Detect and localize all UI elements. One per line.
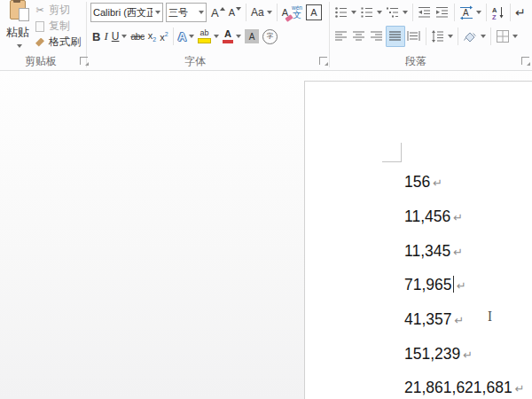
clipboard-dialog-launcher[interactable] — [80, 57, 88, 65]
clear-formatting-button[interactable]: A — [280, 3, 290, 22]
paragraph-dialog-launcher[interactable] — [521, 57, 529, 65]
align-center-button[interactable] — [350, 27, 368, 46]
distribute-icon — [407, 29, 421, 43]
distribute-button[interactable] — [405, 27, 423, 46]
document-page[interactable]: 156↵ 11,456↵ 11,345↵ 71,965↵ 41,357↵ 151… — [304, 81, 532, 399]
highlight-dropdown-arrow-icon[interactable] — [214, 35, 219, 38]
paragraph-mark-glyph: ↵ — [453, 246, 463, 259]
font-size-combobox[interactable]: 三号 — [166, 3, 207, 22]
bold-button[interactable]: B — [90, 27, 102, 46]
borders-grid-icon — [496, 29, 510, 43]
show-hide-marks-button[interactable]: ↵ — [513, 3, 528, 22]
ibeam-cursor-icon: I — [488, 308, 492, 325]
paragraph-mark-glyph: ↵ — [463, 348, 473, 362]
font-color-icon: A — [223, 29, 233, 43]
text-effects-icon: A — [178, 30, 186, 43]
line-spacing-dropdown-arrow-icon[interactable] — [448, 35, 453, 38]
character-border-button[interactable]: A — [304, 3, 324, 22]
borders-dropdown-arrow-icon[interactable] — [512, 35, 518, 38]
sort-icon: A Z — [491, 5, 505, 20]
font-size-value: 三号 — [168, 6, 196, 20]
bullets-dropdown-arrow-icon[interactable] — [351, 11, 356, 14]
justify-button[interactable] — [386, 26, 405, 47]
paste-dropdown-arrow-icon[interactable] — [17, 44, 22, 48]
shading-button[interactable] — [461, 27, 488, 46]
font-name-dropdown-arrow-icon[interactable] — [155, 11, 160, 14]
paste-label: 粘贴 — [6, 25, 29, 41]
font-color-dropdown-arrow-icon[interactable] — [236, 35, 241, 38]
shrink-font-button[interactable]: A — [227, 3, 243, 22]
text-caret — [453, 276, 455, 293]
shrink-font-caret-icon — [236, 7, 241, 11]
shading-dropdown-arrow-icon[interactable] — [481, 35, 486, 38]
multilevel-list-button[interactable] — [384, 3, 410, 22]
paragraph-mark-glyph: ↵ — [455, 314, 465, 327]
shading-bucket-icon — [463, 29, 478, 43]
change-case-button[interactable]: Aa — [249, 3, 274, 22]
copy-button[interactable]: 复制 — [33, 19, 84, 34]
align-right-button[interactable] — [368, 27, 386, 46]
decrease-indent-button[interactable] — [416, 3, 434, 22]
character-shading-button[interactable]: A — [243, 27, 261, 46]
paragraph-mark-icon: ↵ — [515, 5, 526, 20]
asian-layout-button[interactable]: A — [458, 3, 483, 22]
increase-indent-icon — [435, 5, 450, 20]
line-spacing-icon — [431, 29, 445, 43]
document-line: 156↵ — [404, 172, 442, 193]
text-highlight-button[interactable]: ab — [196, 27, 221, 46]
text-effects-button[interactable]: A — [176, 27, 196, 46]
subscript-button[interactable]: x2 — [146, 27, 158, 46]
enclose-characters-icon: 字 — [262, 29, 278, 44]
margin-corner-mark — [401, 143, 402, 162]
sort-button[interactable]: A Z — [489, 3, 507, 22]
document-line: 41,357↵ — [404, 309, 464, 331]
font-size-dropdown-arrow-icon[interactable] — [199, 11, 204, 14]
multilevel-dropdown-arrow-icon[interactable] — [403, 11, 408, 14]
borders-button[interactable] — [494, 27, 520, 46]
numbering-dropdown-arrow-icon[interactable] — [377, 11, 382, 14]
multilevel-list-icon — [386, 5, 400, 20]
paragraph-mark-glyph: ↵ — [453, 211, 463, 224]
font-color-button[interactable]: A — [221, 27, 243, 46]
grow-font-caret-icon — [220, 7, 225, 11]
enclose-characters-button[interactable]: 字 — [261, 27, 279, 46]
cut-button[interactable]: ✂ 剪切 — [33, 3, 84, 18]
underline-dropdown-arrow-icon[interactable] — [121, 35, 127, 38]
font-dialog-launcher[interactable] — [319, 57, 327, 65]
numbering-button[interactable] — [358, 3, 384, 22]
paste-clipboard-icon — [10, 0, 26, 20]
paste-button[interactable]: 粘贴 — [2, 0, 34, 51]
text-effects-dropdown-arrow-icon[interactable] — [189, 35, 194, 38]
superscript-button[interactable]: x2 — [158, 27, 169, 46]
bullets-button[interactable] — [332, 3, 358, 22]
align-left-icon — [334, 29, 348, 43]
underline-button[interactable]: U — [110, 27, 129, 46]
numbering-icon — [360, 5, 374, 20]
asian-layout-dropdown-arrow-icon[interactable] — [476, 11, 481, 14]
svg-text:A: A — [463, 8, 469, 18]
phonetic-guide-icon: wén 文 — [292, 5, 302, 20]
align-left-button[interactable] — [332, 27, 350, 46]
character-shading-icon: A — [245, 29, 259, 43]
document-area: 156↵ 11,456↵ 11,345↵ 71,965↵ 41,357↵ 151… — [0, 71, 532, 399]
strikethrough-button[interactable]: abc — [129, 27, 145, 46]
grow-font-button[interactable]: A — [209, 3, 227, 22]
change-case-dropdown-arrow-icon — [267, 11, 272, 14]
ribbon-home-tab: 粘贴 ✂ 剪切 复制 格式刷 剪贴板 Calibri (西文正 — [0, 0, 532, 71]
line-spacing-button[interactable] — [429, 27, 455, 46]
format-painter-label: 格式刷 — [49, 35, 81, 50]
increase-indent-button[interactable] — [434, 3, 451, 22]
copy-icon — [33, 21, 47, 32]
paragraph-mark-glyph: ↵ — [433, 176, 442, 190]
font-name-combobox[interactable]: Calibri (西文正 — [90, 3, 163, 22]
font-group-label: 字体 — [89, 54, 301, 69]
phonetic-guide-button[interactable]: wén 文 — [290, 3, 304, 22]
format-painter-button[interactable]: 格式刷 — [33, 35, 84, 50]
copy-label: 复制 — [49, 19, 70, 34]
italic-button[interactable]: I — [102, 27, 109, 46]
justify-icon — [388, 29, 403, 43]
paragraph-mark-glyph: ↵ — [515, 382, 525, 395]
align-right-icon — [370, 29, 384, 43]
clipboard-group-label: 剪贴板 — [0, 54, 82, 69]
align-center-icon — [352, 29, 366, 43]
